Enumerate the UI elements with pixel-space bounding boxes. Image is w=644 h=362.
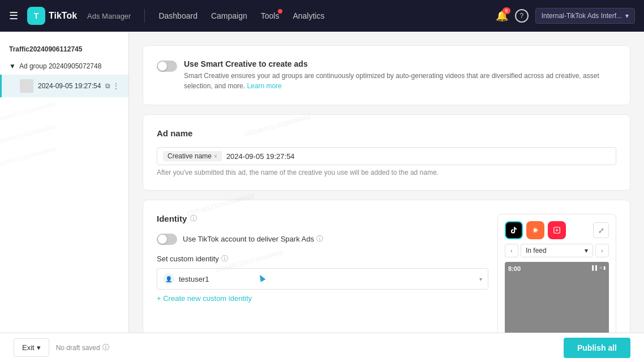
- preview-nav-left[interactable]: ‹: [505, 244, 518, 257]
- campaign-label: Traffic20240906112745: [0, 41, 128, 58]
- identity-title: Identity: [157, 214, 187, 223]
- exit-button[interactable]: Exit ▾: [14, 338, 49, 357]
- preview-header: ⤢: [505, 221, 609, 239]
- smart-creative-card: Use Smart Creative to create ads Smart C…: [143, 45, 630, 105]
- exit-arrow-icon: ▾: [37, 343, 41, 352]
- publish-all-button[interactable]: Publish all: [564, 338, 630, 358]
- exit-label: Exit: [22, 343, 35, 352]
- wifi-icon: ≈: [600, 265, 602, 270]
- smart-creative-description: Smart Creative ensures your ad groups ar…: [184, 71, 616, 91]
- user-avatar-icon: 👤: [163, 273, 174, 285]
- custom-identity-label-row: Set custom identity ⓘ: [157, 254, 488, 264]
- tiktok-logo-icon: T: [27, 7, 45, 25]
- ad-name-input[interactable]: [226, 152, 610, 161]
- preview-status-signals: ▌▌ ≈ ▮: [592, 265, 606, 270]
- topnav-right: 🔔 8 ? Internal-TikTok Ads Interf... ▾: [496, 8, 635, 24]
- notifications-button[interactable]: 🔔 8: [496, 10, 508, 22]
- draft-info-icon[interactable]: ⓘ: [102, 343, 109, 352]
- chevron-down-icon: ▾: [625, 12, 629, 20]
- collapse-icon: ▼: [9, 62, 16, 70]
- tools-notification-dot: [278, 9, 282, 14]
- identity-title-row: Identity ⓘ: [157, 214, 488, 223]
- identity-dropdown-label: testuser1: [179, 275, 475, 283]
- preview-tiktok-icon[interactable]: [505, 221, 523, 239]
- watermark-1: 19254812313136498993: [0, 101, 57, 123]
- creative-name-tag: Creative name ×: [163, 151, 222, 161]
- menu-icon[interactable]: ☰: [9, 10, 18, 22]
- more-icon[interactable]: ⋮: [113, 82, 119, 90]
- smart-creative-text: Use Smart Creative to create ads Smart C…: [184, 59, 616, 91]
- tag-close-icon[interactable]: ×: [214, 153, 217, 160]
- spark-ads-toggle[interactable]: [157, 234, 177, 245]
- identity-dropdown[interactable]: 👤 testuser1 ▾: [157, 268, 488, 290]
- notification-badge: 8: [503, 7, 510, 14]
- spark-ads-info-icon[interactable]: ⓘ: [316, 234, 323, 244]
- watermark-3: 19254812313136498993: [0, 146, 57, 168]
- app-subtitle: Ads Manager: [87, 12, 131, 20]
- create-identity-link[interactable]: + Create new custom identity: [157, 294, 488, 303]
- brand-name: TikTok: [49, 11, 77, 21]
- question-icon: ?: [515, 9, 529, 23]
- main-content: 19254812313136498993 1925481231313649899…: [129, 32, 644, 362]
- expand-icon: ⤢: [598, 226, 604, 235]
- ad-item[interactable]: 2024-09-05 19:27:54 ⧉ ⋮: [0, 75, 128, 97]
- ad-name-field[interactable]: Creative name ×: [157, 147, 616, 165]
- preview-time: 8:00: [508, 265, 521, 272]
- sidebar: Traffic20240906112745 ▼ Ad group 2024090…: [0, 32, 129, 362]
- preview-red-icon[interactable]: [548, 221, 566, 239]
- spark-ads-label: Use TikTok account to deliver Spark Ads …: [183, 234, 323, 244]
- draft-status: No draft saved ⓘ: [56, 343, 109, 352]
- smart-creative-toggle[interactable]: [157, 61, 177, 72]
- ad-label: 2024-09-05 19:27:54: [38, 82, 105, 90]
- preview-placement-selector[interactable]: In feed ▾: [521, 244, 593, 257]
- nav-tools[interactable]: Tools: [261, 11, 280, 20]
- ad-name-hint: After you've submitted this ad, the name…: [157, 169, 616, 176]
- spark-ads-row: Use TikTok account to deliver Spark Ads …: [157, 232, 488, 245]
- preview-nav-right[interactable]: ›: [595, 244, 609, 257]
- preview-controls: ‹ In feed ▾ ›: [505, 244, 609, 257]
- watermark-2: 19254812313136498993: [0, 123, 57, 145]
- tag-label: Creative name: [168, 152, 212, 160]
- bottom-bar: Exit ▾ No draft saved ⓘ Publish all: [0, 333, 644, 362]
- cursor-area: [157, 303, 488, 314]
- custom-identity-info-icon[interactable]: ⓘ: [221, 254, 228, 264]
- nav-links: Dashboard Campaign Tools Analytics: [158, 11, 486, 20]
- ad-action-icons: ⧉ ⋮: [105, 82, 119, 90]
- duplicate-icon[interactable]: ⧉: [105, 82, 110, 90]
- nav-campaign[interactable]: Campaign: [211, 11, 247, 20]
- nav-divider: [144, 9, 145, 23]
- adgroup-label[interactable]: ▼ Ad group 20240905072748: [0, 58, 128, 75]
- preview-pangle-icon[interactable]: [526, 221, 544, 239]
- nav-analytics[interactable]: Analytics: [293, 11, 324, 20]
- smart-creative-row: Use Smart Creative to create ads Smart C…: [157, 59, 616, 91]
- dropdown-chevron-icon: ▾: [479, 276, 482, 282]
- nav-dashboard[interactable]: Dashboard: [158, 11, 198, 20]
- ad-thumbnail: [20, 79, 33, 93]
- topnav: ☰ T TikTok Ads Manager Dashboard Campaig…: [0, 0, 644, 32]
- logo: T TikTok: [27, 7, 77, 25]
- ad-name-card: Ad name Creative name × After you've sub…: [143, 114, 630, 191]
- account-selector[interactable]: Internal-TikTok Ads Interf... ▾: [535, 8, 635, 24]
- battery-icon: ▮: [603, 265, 606, 270]
- ad-name-title: Ad name: [157, 128, 616, 138]
- learn-more-link[interactable]: Learn more: [247, 82, 281, 90]
- preview-expand-button[interactable]: ⤢: [593, 222, 609, 238]
- identity-info-icon[interactable]: ⓘ: [190, 214, 197, 223]
- preview-platform-icons: [505, 221, 566, 239]
- adgroup-name: Ad group 20240905072748: [19, 62, 101, 70]
- toggle-knob: [158, 62, 167, 71]
- account-label: Internal-TikTok Ads Interf...: [542, 12, 622, 20]
- smart-creative-title: Use Smart Creative to create ads: [184, 59, 616, 68]
- main-layout: Traffic20240906112745 ▼ Ad group 2024090…: [0, 32, 644, 362]
- signal-icon: ▌▌: [592, 265, 598, 270]
- help-button[interactable]: ?: [515, 9, 529, 23]
- spark-toggle-knob: [158, 235, 167, 244]
